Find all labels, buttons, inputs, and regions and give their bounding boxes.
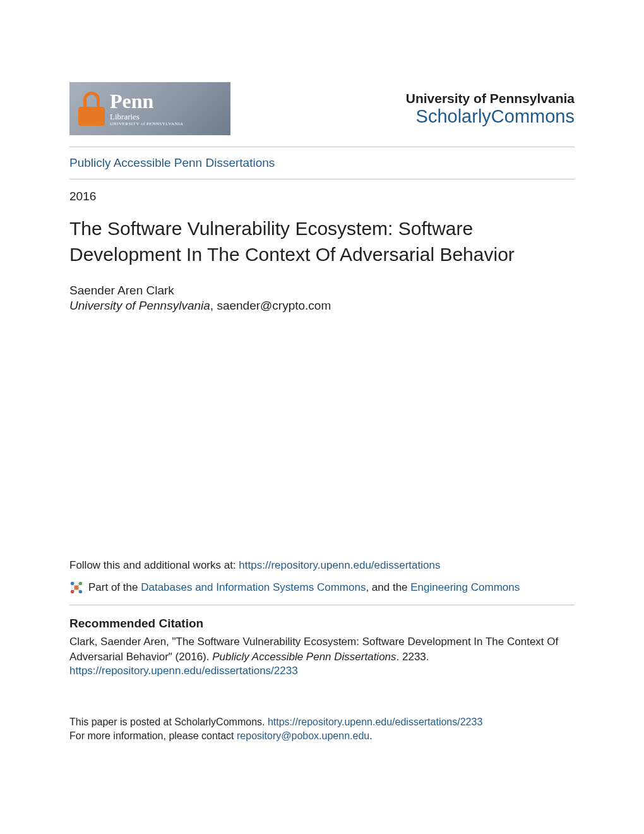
open-lock-icon	[78, 92, 105, 126]
breadcrumb: Publicly Accessible Penn Dissertations	[69, 147, 575, 179]
partof-prefix: Part of the	[88, 581, 141, 593]
header-right: University of Pennsylvania ScholarlyComm…	[406, 91, 575, 127]
commons-link-1[interactable]: Databases and Information Systems Common…	[141, 581, 366, 593]
logo-tiny: UNIVERSITY of PENNSYLVANIA	[110, 122, 184, 126]
logo-sub: Libraries	[110, 112, 184, 121]
follow-link[interactable]: https://repository.upenn.edu/edissertati…	[239, 559, 440, 571]
follow-label: Follow this and additional works at:	[69, 559, 239, 571]
commons-link-2[interactable]: Engineering Commons	[410, 581, 520, 593]
follow-section: Follow this and additional works at: htt…	[69, 559, 575, 743]
author-name: Saender Aren Clark	[69, 284, 575, 298]
affiliation-institution: University of Pennsylvania	[69, 299, 210, 312]
part-of-text: Part of the Databases and Information Sy…	[88, 581, 520, 594]
citation-text: Clark, Saender Aren, "The Software Vulne…	[69, 634, 575, 665]
network-icon	[69, 581, 83, 595]
divider	[69, 605, 575, 605]
divider	[69, 179, 575, 179]
header: Penn Libraries UNIVERSITY of PENNSYLVANI…	[69, 82, 575, 135]
collection-link[interactable]: Publicly Accessible Penn Dissertations	[69, 156, 275, 169]
footer-posted-url[interactable]: https://repository.upenn.edu/edissertati…	[268, 716, 482, 727]
citation-series: Publicly Accessible Penn Dissertations	[212, 651, 396, 663]
footer-posted-prefix: This paper is posted at ScholarlyCommons…	[69, 716, 268, 727]
author-affiliation: University of Pennsylvania, saender@cryp…	[69, 299, 575, 313]
partof-middle: , and the	[366, 581, 410, 593]
page-title: The Software Vulnerability Ecosystem: So…	[69, 216, 575, 267]
part-of-row: Part of the Databases and Information Sy…	[69, 581, 575, 595]
footer-contact-email[interactable]: repository@pobox.upenn.edu	[237, 730, 369, 741]
site-name-link[interactable]: ScholarlyCommons	[416, 106, 575, 126]
publication-year: 2016	[69, 190, 575, 203]
footer-contact-prefix: For more information, please contact	[69, 730, 237, 741]
follow-text: Follow this and additional works at: htt…	[69, 559, 575, 572]
footer: This paper is posted at ScholarlyCommons…	[69, 715, 575, 744]
logo-main: Penn	[110, 91, 184, 111]
footer-contact-suffix: .	[369, 730, 372, 741]
citation-heading: Recommended Citation	[69, 617, 575, 631]
citation-body-2: . 2233.	[397, 651, 429, 663]
logo-text: Penn Libraries UNIVERSITY of PENNSYLVANI…	[110, 91, 184, 126]
university-name: University of Pennsylvania	[406, 91, 575, 106]
penn-libraries-logo[interactable]: Penn Libraries UNIVERSITY of PENNSYLVANI…	[69, 82, 230, 135]
citation-url[interactable]: https://repository.upenn.edu/edissertati…	[69, 665, 298, 677]
affiliation-email: , saender@crypto.com	[210, 299, 331, 312]
